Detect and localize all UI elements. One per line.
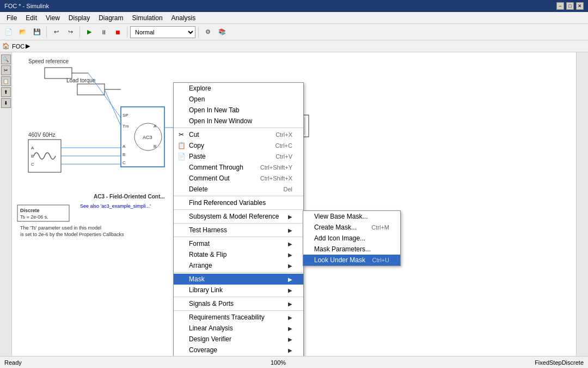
sub-look-under-mask[interactable]: Look Under Mask Ctrl+U bbox=[303, 255, 400, 266]
ctx-arrange[interactable]: Arrange ▶ bbox=[174, 260, 303, 271]
menu-analysis[interactable]: Analysis bbox=[167, 13, 200, 23]
title-bar-controls: − □ ✕ bbox=[556, 2, 584, 10]
maximize-button[interactable]: □ bbox=[566, 2, 574, 10]
ctx-copy-shortcut: Ctrl+C bbox=[275, 142, 292, 149]
ctx-format-arrow: ▶ bbox=[288, 241, 292, 247]
ctx-coverage[interactable]: Coverage ▶ bbox=[174, 345, 303, 355]
pause-button[interactable]: ⏸ bbox=[97, 26, 110, 39]
ctx-format[interactable]: Format ▶ bbox=[174, 238, 303, 249]
ctx-find-ref-vars[interactable]: Find Referenced Variables bbox=[174, 197, 303, 208]
svg-text:SP: SP bbox=[122, 113, 128, 118]
menu-simulation[interactable]: Simulation bbox=[128, 13, 167, 23]
sub-look-under-mask-shortcut: Ctrl+U bbox=[372, 257, 389, 263]
ctx-rotate-flip[interactable]: Rotate & Flip ▶ bbox=[174, 249, 303, 260]
ctx-design-verifier[interactable]: Design Verifier ▶ bbox=[174, 334, 303, 345]
sub-add-icon-label: Add Icon Image... bbox=[314, 234, 365, 242]
ctx-linear-analysis-label: Linear Analysis bbox=[189, 324, 233, 332]
ctx-comment-through[interactable]: Comment Through Ctrl+Shift+Y bbox=[174, 162, 303, 173]
ctx-rotate-flip-arrow: ▶ bbox=[288, 252, 292, 258]
ctx-coverage-arrow: ▶ bbox=[288, 347, 292, 353]
ctx-req-trace-label: Requirements Traceability bbox=[189, 313, 265, 321]
svg-text:AC3: AC3 bbox=[143, 135, 152, 140]
ctx-req-trace[interactable]: Requirements Traceability ▶ bbox=[174, 312, 303, 323]
menu-display[interactable]: Display bbox=[64, 13, 94, 23]
ctx-delete[interactable]: Delete Del bbox=[174, 184, 303, 195]
svg-text:Tm: Tm bbox=[122, 124, 129, 129]
panel-btn-1[interactable]: 🔍 bbox=[1, 55, 11, 64]
menu-bar: File Edit View Display Diagram Simulatio… bbox=[0, 12, 588, 24]
ctx-delete-label: Delete bbox=[189, 185, 208, 193]
svg-text:Discrete: Discrete bbox=[20, 208, 40, 213]
panel-btn-5[interactable]: ⬇ bbox=[1, 98, 11, 108]
ctx-copy[interactable]: 📋 Copy Ctrl+C bbox=[174, 140, 303, 151]
ctx-explore[interactable]: Explore bbox=[174, 83, 303, 94]
redo-button[interactable]: ↪ bbox=[64, 26, 77, 39]
ctx-test-harness[interactable]: Test Harness ▶ bbox=[174, 225, 303, 236]
canvas-area[interactable]: Speed reference Load torque AC3 SP Tm A … bbox=[12, 52, 576, 356]
sub-create-mask[interactable]: Create Mask... Ctrl+M bbox=[303, 222, 400, 233]
menu-view[interactable]: View bbox=[41, 13, 64, 23]
status-solver: FixedStepDiscrete bbox=[535, 359, 584, 366]
open-button[interactable]: 📂 bbox=[16, 26, 29, 39]
ctx-comment-out[interactable]: Comment Out Ctrl+Shift+X bbox=[174, 173, 303, 184]
sub-add-icon[interactable]: Add Icon Image... bbox=[303, 233, 400, 244]
ctx-paste[interactable]: 📄 Paste Ctrl+V bbox=[174, 151, 303, 162]
svg-text:C: C bbox=[31, 162, 34, 167]
ctx-explore-label: Explore bbox=[189, 85, 211, 92]
sub-mask-params[interactable]: Mask Parameters... bbox=[303, 244, 400, 255]
ctx-cut[interactable]: ✂ Cut Ctrl+X bbox=[174, 129, 303, 140]
breadcrumb-foc[interactable]: FOC bbox=[12, 43, 24, 50]
toolbar-sep-3 bbox=[127, 27, 127, 38]
minimize-button[interactable]: − bbox=[556, 2, 564, 10]
ctx-copy-label: Copy bbox=[189, 142, 204, 149]
ctx-rotate-flip-label: Rotate & Flip bbox=[189, 251, 226, 258]
ctx-open-new-window[interactable]: Open In New Window bbox=[174, 116, 303, 126]
ctx-comment-out-label: Comment Out bbox=[189, 174, 230, 182]
menu-edit[interactable]: Edit bbox=[21, 13, 41, 23]
ctx-mask-arrow: ▶ bbox=[288, 276, 292, 282]
panel-btn-2[interactable]: ✂ bbox=[1, 65, 11, 75]
sub-look-under-mask-label: Look Under Mask bbox=[314, 256, 365, 264]
mask-submenu: View Base Mask... Create Mask... Ctrl+M … bbox=[303, 210, 401, 266]
svg-text:See also 'ac3_example_simpli..: See also 'ac3_example_simpli...' bbox=[80, 203, 151, 209]
ctx-subsystem[interactable]: Subsystem & Model Reference ▶ bbox=[174, 211, 303, 222]
ctx-delete-shortcut: Del bbox=[283, 186, 292, 192]
start-button[interactable]: ▶ bbox=[83, 26, 96, 39]
menu-diagram[interactable]: Diagram bbox=[94, 13, 127, 23]
undo-button[interactable]: ↩ bbox=[50, 26, 63, 39]
close-button[interactable]: ✕ bbox=[576, 2, 584, 10]
stop-button[interactable]: ⏹ bbox=[111, 26, 124, 39]
ctx-comment-out-shortcut: Ctrl+Shift+X bbox=[260, 175, 292, 182]
settings-button[interactable]: ⚙ bbox=[201, 26, 215, 39]
toolbar: 📄 📂 💾 ↩ ↪ ▶ ⏸ ⏹ Normal ⚙ 📚 bbox=[0, 24, 588, 40]
save-button[interactable]: 💾 bbox=[30, 26, 44, 39]
ctx-open[interactable]: Open bbox=[174, 94, 303, 105]
library-button[interactable]: 📚 bbox=[216, 26, 229, 39]
ctx-mask-label: Mask bbox=[189, 275, 205, 283]
ctx-signals-ports[interactable]: Signals & Ports ▶ bbox=[174, 298, 303, 309]
sub-create-mask-label: Create Mask... bbox=[314, 224, 357, 231]
ctx-library-link-arrow: ▶ bbox=[288, 287, 292, 293]
svg-rect-1 bbox=[45, 68, 72, 79]
svg-text:The 'Ts' parameter used in thi: The 'Ts' parameter used in this model bbox=[20, 225, 101, 231]
panel-btn-3[interactable]: 📋 bbox=[1, 76, 11, 86]
ctx-arrange-arrow: ▶ bbox=[288, 263, 292, 269]
ctx-sep-6 bbox=[174, 272, 303, 273]
sub-view-base-mask[interactable]: View Base Mask... bbox=[303, 211, 400, 222]
svg-text:AC3 - Field-Oriented Cont...: AC3 - Field-Oriented Cont... bbox=[94, 194, 165, 200]
ctx-coverage-label: Coverage bbox=[189, 346, 217, 354]
svg-text:Load torque: Load torque bbox=[66, 77, 96, 83]
main-area: 🔍 ✂ 📋 ⬆ ⬇ Speed reference Load torque AC… bbox=[0, 52, 588, 356]
ctx-mask[interactable]: Mask ▶ bbox=[174, 274, 303, 285]
breadcrumb: FOC ▶ bbox=[12, 43, 30, 50]
panel-btn-4[interactable]: ⬆ bbox=[1, 87, 11, 97]
new-button[interactable]: 📄 bbox=[2, 26, 15, 39]
right-panel bbox=[576, 52, 588, 356]
ctx-linear-analysis[interactable]: Linear Analysis ▶ bbox=[174, 323, 303, 334]
ctx-sep-2 bbox=[174, 196, 303, 196]
sim-mode-select[interactable]: Normal bbox=[130, 26, 195, 38]
ctx-open-new-tab[interactable]: Open In New Tab bbox=[174, 105, 303, 116]
ctx-library-link[interactable]: Library Link ▶ bbox=[174, 285, 303, 295]
ctx-test-harness-label: Test Harness bbox=[189, 226, 227, 234]
menu-file[interactable]: File bbox=[2, 13, 21, 23]
